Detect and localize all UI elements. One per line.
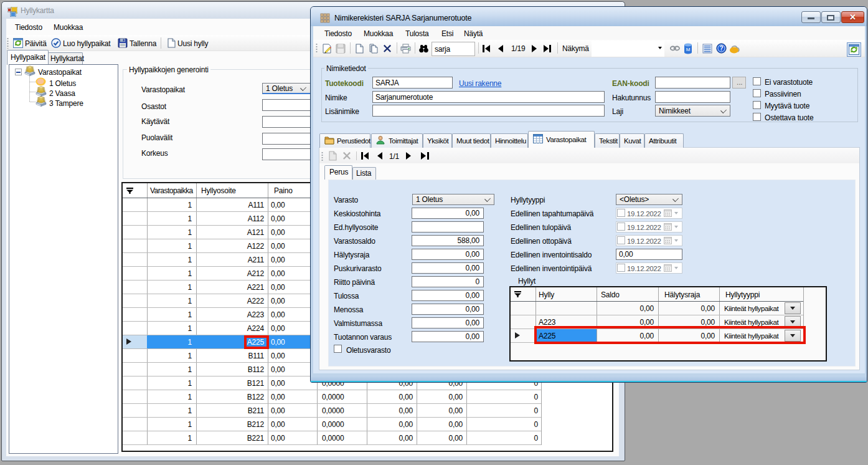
svg-text:M: M bbox=[686, 47, 691, 52]
svg-text:?: ? bbox=[720, 45, 724, 52]
